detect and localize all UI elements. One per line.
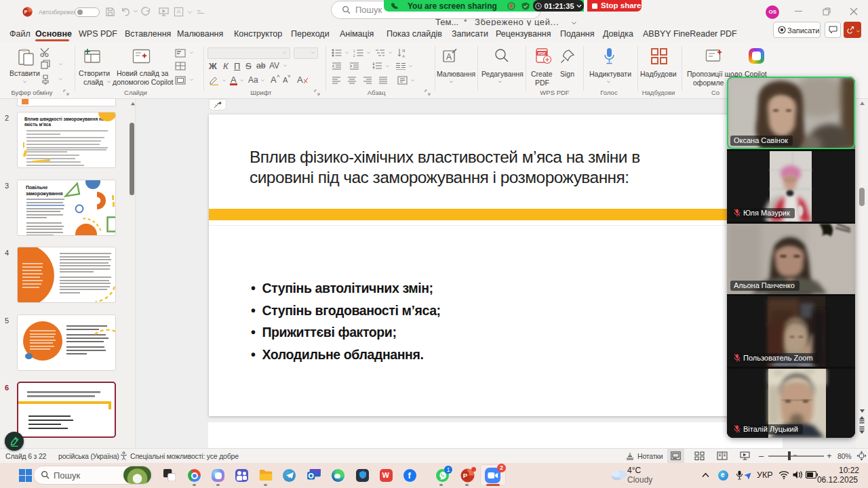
svg-text:P: P xyxy=(24,9,28,14)
svg-text:A: A xyxy=(177,8,181,15)
svg-text:1: 1 xyxy=(353,49,355,53)
svg-text:PDF: PDF xyxy=(538,52,547,56)
svg-text:P: P xyxy=(463,472,468,479)
svg-text:Я: Я xyxy=(402,49,405,53)
svg-text:2: 2 xyxy=(353,54,355,58)
svg-text:A: A xyxy=(446,52,452,62)
svg-text:А: А xyxy=(402,54,405,58)
